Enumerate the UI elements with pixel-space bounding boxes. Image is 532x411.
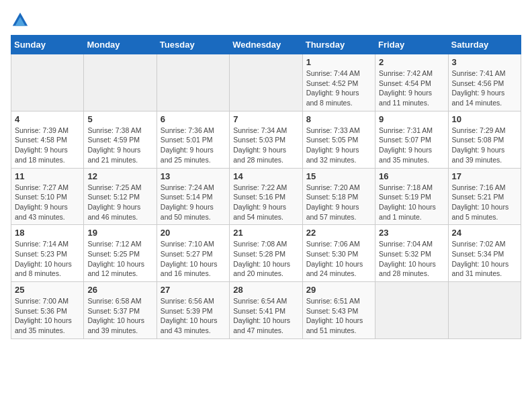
calendar-cell: 18Sunrise: 7:14 AM Sunset: 5:23 PM Dayli… (11, 225, 84, 282)
day-info: Sunrise: 7:12 AM Sunset: 5:25 PM Dayligh… (87, 239, 152, 279)
day-number: 12 (87, 171, 152, 181)
day-number: 21 (233, 228, 298, 238)
day-number: 20 (161, 228, 226, 238)
calendar-cell: 26Sunrise: 6:58 AM Sunset: 5:37 PM Dayli… (84, 282, 157, 339)
calendar-cell: 1Sunrise: 7:44 AM Sunset: 4:52 PM Daylig… (302, 54, 375, 111)
calendar-weekday-friday: Friday (375, 36, 448, 54)
day-info: Sunrise: 7:18 AM Sunset: 5:19 PM Dayligh… (379, 183, 444, 222)
day-info: Sunrise: 7:00 AM Sunset: 5:36 PM Dayligh… (15, 296, 80, 336)
day-number: 19 (87, 228, 152, 238)
day-info: Sunrise: 7:25 AM Sunset: 5:12 PM Dayligh… (87, 183, 152, 222)
day-number: 25 (15, 285, 80, 295)
day-number: 2 (379, 57, 444, 67)
calendar-week-row: 18Sunrise: 7:14 AM Sunset: 5:23 PM Dayli… (11, 225, 521, 282)
calendar-cell: 16Sunrise: 7:18 AM Sunset: 5:19 PM Dayli… (375, 168, 448, 225)
calendar-cell (448, 282, 521, 339)
day-info: Sunrise: 7:33 AM Sunset: 5:05 PM Dayligh… (306, 126, 371, 165)
calendar-cell: 14Sunrise: 7:22 AM Sunset: 5:16 PM Dayli… (230, 168, 302, 225)
calendar-cell: 13Sunrise: 7:24 AM Sunset: 5:14 PM Dayli… (157, 168, 229, 225)
day-number: 18 (15, 228, 80, 238)
day-number: 27 (161, 285, 226, 295)
calendar-cell (157, 54, 229, 111)
calendar-week-row: 1Sunrise: 7:44 AM Sunset: 4:52 PM Daylig… (11, 54, 521, 111)
day-number: 6 (161, 114, 226, 124)
day-number: 22 (306, 228, 371, 238)
day-info: Sunrise: 7:20 AM Sunset: 5:18 PM Dayligh… (306, 183, 371, 222)
day-info: Sunrise: 7:36 AM Sunset: 5:01 PM Dayligh… (161, 126, 226, 165)
calendar-cell: 12Sunrise: 7:25 AM Sunset: 5:12 PM Dayli… (84, 168, 157, 225)
day-info: Sunrise: 7:34 AM Sunset: 5:03 PM Dayligh… (233, 126, 298, 165)
day-number: 26 (87, 285, 152, 295)
calendar-table: SundayMondayTuesdayWednesdayThursdayFrid… (11, 35, 521, 339)
calendar-cell: 23Sunrise: 7:04 AM Sunset: 5:32 PM Dayli… (375, 225, 448, 282)
day-number: 9 (379, 114, 444, 124)
calendar-cell: 27Sunrise: 6:56 AM Sunset: 5:39 PM Dayli… (157, 282, 229, 339)
day-number: 11 (15, 171, 80, 181)
calendar-weekday-tuesday: Tuesday (157, 36, 229, 54)
calendar-week-row: 25Sunrise: 7:00 AM Sunset: 5:36 PM Dayli… (11, 282, 521, 339)
day-number: 10 (452, 114, 517, 124)
day-number: 23 (379, 228, 444, 238)
day-info: Sunrise: 6:54 AM Sunset: 5:41 PM Dayligh… (233, 296, 298, 336)
calendar-week-row: 11Sunrise: 7:27 AM Sunset: 5:10 PM Dayli… (11, 168, 521, 225)
calendar-cell: 9Sunrise: 7:31 AM Sunset: 5:07 PM Daylig… (375, 111, 448, 168)
calendar-week-row: 4Sunrise: 7:39 AM Sunset: 4:58 PM Daylig… (11, 111, 521, 168)
calendar-weekday-thursday: Thursday (302, 36, 375, 54)
day-info: Sunrise: 7:44 AM Sunset: 4:52 PM Dayligh… (306, 68, 371, 108)
day-number: 14 (233, 171, 298, 181)
day-info: Sunrise: 6:56 AM Sunset: 5:39 PM Dayligh… (161, 296, 226, 336)
day-number: 8 (306, 114, 371, 124)
calendar-cell: 3Sunrise: 7:41 AM Sunset: 4:56 PM Daylig… (448, 54, 521, 111)
calendar-cell: 19Sunrise: 7:12 AM Sunset: 5:25 PM Dayli… (84, 225, 157, 282)
calendar-cell (375, 282, 448, 339)
day-info: Sunrise: 7:22 AM Sunset: 5:16 PM Dayligh… (233, 183, 298, 222)
calendar-cell: 28Sunrise: 6:54 AM Sunset: 5:41 PM Dayli… (230, 282, 302, 339)
day-number: 16 (379, 171, 444, 181)
calendar-header-row: SundayMondayTuesdayWednesdayThursdayFrid… (11, 36, 521, 54)
day-info: Sunrise: 7:29 AM Sunset: 5:08 PM Dayligh… (452, 126, 517, 165)
day-info: Sunrise: 7:42 AM Sunset: 4:54 PM Dayligh… (379, 68, 444, 108)
day-info: Sunrise: 7:16 AM Sunset: 5:21 PM Dayligh… (452, 183, 517, 222)
calendar-cell: 21Sunrise: 7:08 AM Sunset: 5:28 PM Dayli… (230, 225, 302, 282)
calendar-cell: 7Sunrise: 7:34 AM Sunset: 5:03 PM Daylig… (230, 111, 302, 168)
calendar-cell: 10Sunrise: 7:29 AM Sunset: 5:08 PM Dayli… (448, 111, 521, 168)
calendar-cell: 25Sunrise: 7:00 AM Sunset: 5:36 PM Dayli… (11, 282, 84, 339)
day-number: 29 (306, 285, 371, 295)
calendar-cell (230, 54, 302, 111)
calendar-cell: 15Sunrise: 7:20 AM Sunset: 5:18 PM Dayli… (302, 168, 375, 225)
calendar-cell: 5Sunrise: 7:38 AM Sunset: 4:59 PM Daylig… (84, 111, 157, 168)
day-number: 5 (87, 114, 152, 124)
calendar-weekday-wednesday: Wednesday (230, 36, 302, 54)
day-info: Sunrise: 7:06 AM Sunset: 5:30 PM Dayligh… (306, 239, 371, 279)
page-header (11, 11, 521, 30)
day-info: Sunrise: 7:31 AM Sunset: 5:07 PM Dayligh… (379, 126, 444, 165)
day-info: Sunrise: 7:02 AM Sunset: 5:34 PM Dayligh… (452, 239, 517, 279)
day-number: 28 (233, 285, 298, 295)
day-info: Sunrise: 7:38 AM Sunset: 4:59 PM Dayligh… (87, 126, 152, 165)
day-info: Sunrise: 7:08 AM Sunset: 5:28 PM Dayligh… (233, 239, 298, 279)
calendar-weekday-saturday: Saturday (448, 36, 521, 54)
day-info: Sunrise: 7:10 AM Sunset: 5:27 PM Dayligh… (161, 239, 226, 279)
day-info: Sunrise: 6:51 AM Sunset: 5:43 PM Dayligh… (306, 296, 371, 336)
calendar-cell: 29Sunrise: 6:51 AM Sunset: 5:43 PM Dayli… (302, 282, 375, 339)
calendar-cell: 11Sunrise: 7:27 AM Sunset: 5:10 PM Dayli… (11, 168, 84, 225)
calendar-cell: 2Sunrise: 7:42 AM Sunset: 4:54 PM Daylig… (375, 54, 448, 111)
calendar-cell (84, 54, 157, 111)
day-info: Sunrise: 7:27 AM Sunset: 5:10 PM Dayligh… (15, 183, 80, 222)
calendar-cell (11, 54, 84, 111)
calendar-cell: 22Sunrise: 7:06 AM Sunset: 5:30 PM Dayli… (302, 225, 375, 282)
day-info: Sunrise: 7:04 AM Sunset: 5:32 PM Dayligh… (379, 239, 444, 279)
logo (11, 11, 32, 30)
calendar-weekday-monday: Monday (84, 36, 157, 54)
day-number: 3 (452, 57, 517, 67)
day-info: Sunrise: 6:58 AM Sunset: 5:37 PM Dayligh… (87, 296, 152, 336)
day-number: 17 (452, 171, 517, 181)
calendar-cell: 20Sunrise: 7:10 AM Sunset: 5:27 PM Dayli… (157, 225, 229, 282)
day-info: Sunrise: 7:41 AM Sunset: 4:56 PM Dayligh… (452, 68, 517, 108)
logo-icon (11, 11, 30, 30)
day-info: Sunrise: 7:39 AM Sunset: 4:58 PM Dayligh… (15, 126, 80, 165)
day-info: Sunrise: 7:24 AM Sunset: 5:14 PM Dayligh… (161, 183, 226, 222)
calendar-weekday-sunday: Sunday (11, 36, 84, 54)
day-number: 24 (452, 228, 517, 238)
day-number: 15 (306, 171, 371, 181)
